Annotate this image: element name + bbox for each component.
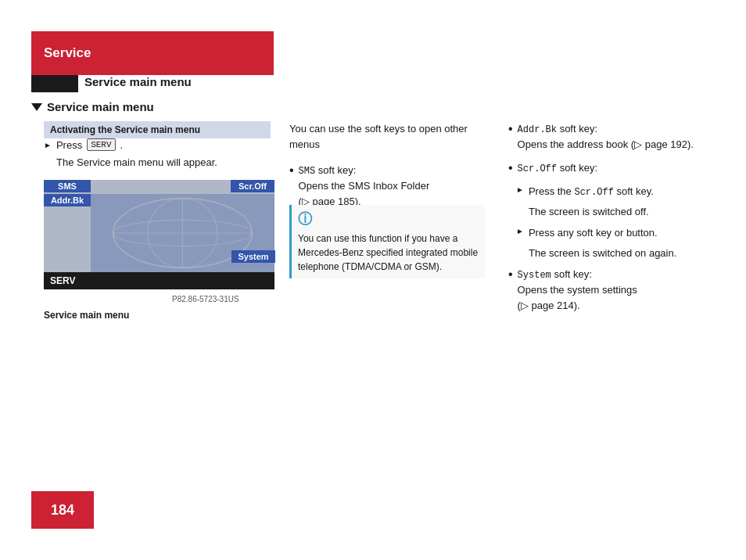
bullet-dot-3: • <box>508 160 513 175</box>
sub-title-text: Service main menu <box>47 100 154 113</box>
service-appears-text: The Service main menu will appear. <box>56 156 217 168</box>
bullet-dot-1: • <box>289 163 294 178</box>
serv-badge: SERV <box>87 138 115 151</box>
right-column: • Addr.Bk soft key: Opens the address bo… <box>508 121 727 321</box>
serv-bar-text: SERV <box>50 275 75 286</box>
system-code: System <box>518 270 551 281</box>
arrow-icon: ► <box>44 141 52 149</box>
header-title: Service <box>44 45 91 61</box>
press-suffix: . <box>120 139 124 151</box>
scroff-press-text: Press the Scr.Off soft key. <box>529 184 654 199</box>
scroff-code: Scr.Off <box>518 163 557 174</box>
scroff-sub2: ► Press any soft key or button. The scre… <box>516 225 727 260</box>
activating-label: Activating the Service main menu <box>50 124 200 135</box>
press-any-text: Press any soft key or button. <box>529 225 658 241</box>
middle-column: You can use the soft keys to open other … <box>289 121 493 217</box>
info-icon: ⓘ <box>298 210 479 228</box>
info-box: ⓘ You can use this function if you have … <box>289 205 485 278</box>
addrbk-code: Addr.Bk <box>518 124 557 135</box>
sub-section-title: Service main menu <box>31 100 154 113</box>
scroff-bullet: • Scr.Off soft key: <box>508 160 727 176</box>
fig-ref: P82.86-5723-31US <box>172 295 239 303</box>
serv-bar: SERV <box>44 272 274 289</box>
middle-intro-text: You can use the soft keys to open other … <box>289 123 468 150</box>
scroff-code-2: Scr.Off <box>574 187 613 198</box>
black-bar <box>31 75 78 92</box>
sms-bullet-text: SMS soft key: Opens the SMS Inbox Folder… <box>299 163 430 209</box>
bullet-dot-2: • <box>508 121 513 136</box>
bullet-dot-4: • <box>508 267 513 282</box>
system-bullet: • System soft key: Opens the system sett… <box>508 267 727 313</box>
addrbk-button: Addr.Bk <box>44 194 91 206</box>
middle-intro: You can use the soft keys to open other … <box>289 121 493 152</box>
sub-arrow-1: ► <box>516 185 524 194</box>
header-banner: Service <box>31 31 274 75</box>
sms-bullet: • SMS soft key: Opens the SMS Inbox Fold… <box>289 163 493 209</box>
system-bullet-text: System soft key: Opens the system settin… <box>518 267 637 313</box>
page-number-box: 184 <box>31 491 94 529</box>
scroff-bullet-text: Scr.Off soft key: <box>518 160 597 176</box>
activating-box: Activating the Service main menu <box>44 121 271 138</box>
sub-arrow-2: ► <box>516 227 524 235</box>
main-section-title: Service main menu <box>84 75 192 88</box>
scroff-button: Scr.Off <box>231 180 274 192</box>
system-button: System <box>231 250 275 263</box>
press-instruction: ► Press SERV . <box>44 138 123 151</box>
triangle-icon <box>31 103 42 111</box>
addrbk-bullet-text: Addr.Bk soft key: Opens the address book… <box>518 121 694 153</box>
screen-off-desc: The screen is switched off. <box>529 204 727 220</box>
sms-button: SMS <box>44 180 91 192</box>
fig-label: Service main menu <box>44 310 129 321</box>
sms-code: SMS <box>299 166 316 177</box>
info-text: You can use this function if you have a … <box>298 232 479 274</box>
page-number: 184 <box>51 502 74 519</box>
addrbk-bullet: • Addr.Bk soft key: Opens the address bo… <box>508 121 727 153</box>
scroff-sub-bullet1: ► Press the Scr.Off soft key. <box>516 184 727 199</box>
press-prefix: Press <box>56 139 82 151</box>
screen-on-desc: The screen is switched on again. <box>529 246 727 261</box>
scroff-sub-bullet2: ► Press any soft key or button. <box>516 225 727 241</box>
scroff-sub1: ► Press the Scr.Off soft key. The screen… <box>516 184 727 220</box>
